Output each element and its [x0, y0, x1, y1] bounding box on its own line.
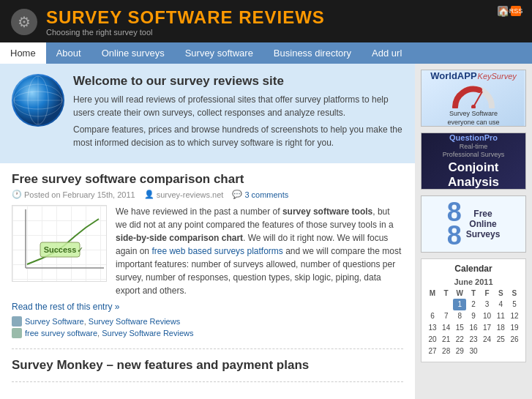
cal-day-28[interactable]: 28 — [440, 346, 453, 357]
article-1-title: Free survey software comparison chart — [12, 172, 403, 187]
article-1-thumb: Success ✓ — [12, 205, 107, 282]
cal-day-7[interactable]: 7 — [440, 310, 453, 322]
cal-day-1[interactable]: 1 — [453, 299, 466, 310]
cal-week-4: 20 21 22 23 24 25 26 — [426, 334, 521, 346]
rss-icon[interactable]: RSS — [511, 6, 521, 16]
tag-row-file: Survey Software, Survey Software Reviews — [12, 316, 403, 327]
cal-day-6[interactable]: 6 — [426, 310, 439, 322]
cal-week-3: 13 14 15 16 17 18 19 — [426, 322, 521, 334]
read-more-link[interactable]: Read the rest of this entry » — [12, 302, 403, 312]
article-1-meta: 🕐 Posted on February 15th, 2011 👤 survey… — [12, 190, 403, 199]
ad-free-online[interactable]: 8 8 Free Online Surveys — [421, 195, 526, 253]
cal-day-8[interactable]: 8 — [453, 310, 466, 322]
cal-col-f: F — [481, 289, 494, 297]
ad-questionpro[interactable]: QuestionPro Real-time Professional Surve… — [421, 133, 526, 190]
cal-day-16[interactable]: 16 — [467, 322, 480, 334]
cal-day-11[interactable]: 11 — [494, 310, 507, 322]
welcome-text: Welcome to our survey reviews site Here … — [73, 74, 403, 153]
article-2-title: Survey Monkey – new features and payment… — [12, 358, 403, 373]
cal-day-27[interactable]: 27 — [426, 346, 439, 357]
cal-day-24[interactable]: 24 — [481, 334, 494, 346]
article-1-body: We have reviewed in the past a number of… — [116, 205, 403, 297]
worldapp-line4: everyone can use — [447, 119, 499, 126]
cal-day-26[interactable]: 26 — [508, 334, 521, 346]
header-title-area: SURVEY SOFTWARE REVIEWS Choosing the rig… — [46, 7, 325, 37]
svg-text:Success: Success — [44, 245, 77, 254]
header-icons: 🏠 RSS — [498, 6, 521, 16]
home-icon[interactable]: 🏠 — [498, 6, 508, 16]
welcome-banner: Welcome to our survey reviews site Here … — [0, 64, 415, 163]
article-1-comments[interactable]: 💬 3 comments — [232, 190, 288, 199]
article-1-content: Success ✓ We have reviewed in the past a… — [12, 205, 403, 297]
cal-day-14[interactable]: 14 — [440, 322, 453, 334]
cal-day-21[interactable]: 21 — [440, 334, 453, 346]
main-content: Welcome to our survey reviews site Here … — [0, 64, 415, 399]
cal-col-t1: T — [440, 289, 453, 297]
qp-line3: Professional Surveys — [427, 151, 520, 158]
cal-col-w: W — [453, 289, 466, 297]
calendar-title: Calendar — [426, 264, 521, 274]
cal-day-2[interactable]: 2 — [467, 299, 480, 310]
cal-day-20[interactable]: 20 — [426, 334, 439, 346]
cal-day-10[interactable]: 10 — [481, 310, 494, 322]
articles-section: Free survey software comparison chart 🕐 … — [0, 163, 415, 399]
nav-item-business-directory[interactable]: Business directory — [263, 42, 361, 64]
site-header: ⚙ SURVEY SOFTWARE REVIEWS Choosing the r… — [0, 0, 532, 42]
calendar-header: M T W T F S S — [426, 289, 521, 297]
worldapp-sub: KeySurvey — [478, 72, 517, 81]
cal-day-5[interactable]: 5 — [508, 299, 521, 310]
cal-day-17[interactable]: 17 — [481, 322, 494, 334]
clock-icon: 🕐 — [12, 190, 22, 199]
worldapp-title: WorldAPP — [430, 70, 476, 81]
article-2: Survey Monkey – new features and payment… — [12, 358, 403, 382]
cal-day-9[interactable]: 9 — [467, 310, 480, 322]
cal-day-29[interactable]: 29 — [453, 346, 466, 357]
cal-day-19[interactable]: 19 — [508, 322, 521, 334]
gear-icon: ⚙ — [11, 9, 37, 35]
nav-item-home[interactable]: Home — [0, 42, 46, 64]
cal-day-18[interactable]: 18 — [494, 322, 507, 334]
svg-text:✓: ✓ — [77, 245, 83, 254]
cal-col-s2: S — [508, 289, 521, 297]
nav-item-add-url[interactable]: Add url — [361, 42, 412, 64]
ad-worldapp[interactable]: WorldAPP KeySurvey Survey Software every… — [421, 70, 526, 127]
main-wrapper: Welcome to our survey reviews site Here … — [0, 64, 532, 399]
site-title: SURVEY SOFTWARE REVIEWS — [46, 7, 325, 28]
cal-day-12[interactable]: 12 — [508, 310, 521, 322]
cal-week-1: . . 1 2 3 4 5 — [426, 299, 521, 310]
cal-day-30[interactable]: 30 — [467, 346, 480, 357]
calendar-widget: Calendar June 2011 M T W T F S S . . 1 2… — [421, 258, 526, 362]
cal-day-e3: . — [508, 346, 521, 357]
cal-day-13[interactable]: 13 — [426, 322, 439, 334]
qp-main1: Conjoint — [427, 161, 520, 175]
comment-icon: 💬 — [232, 190, 242, 199]
tag-link-text: free survey software, Survey Software Re… — [25, 329, 194, 338]
cal-day-3[interactable]: 3 — [481, 299, 494, 310]
cal-day-15[interactable]: 15 — [453, 322, 466, 334]
article-1: Free survey software comparison chart 🕐 … — [12, 172, 403, 349]
file-tag-icon — [12, 316, 22, 327]
cal-day-e2: . — [494, 346, 507, 357]
cal-col-t2: T — [467, 289, 480, 297]
nav-item-about[interactable]: About — [46, 42, 91, 64]
welcome-para1: Here you will read reviews of profession… — [73, 93, 403, 119]
cal-day-empty2: . — [440, 299, 453, 310]
cal-day-23[interactable]: 23 — [467, 334, 480, 346]
ad-free-line2: Online — [466, 219, 501, 229]
article-1-date: 🕐 Posted on February 15th, 2011 — [12, 190, 135, 199]
nav-item-survey-software[interactable]: Survey software — [175, 42, 263, 64]
cal-day-25[interactable]: 25 — [494, 334, 507, 346]
ad-free-number2: 8 — [447, 223, 462, 249]
welcome-heading: Welcome to our survey reviews site — [73, 74, 403, 89]
cal-day-22[interactable]: 22 — [453, 334, 466, 346]
link-tag-icon — [12, 328, 22, 338]
article-link-free-platforms[interactable]: free web based surveys platforms — [151, 246, 282, 256]
article-1-author: 👤 survey-reviews.net — [144, 190, 224, 199]
cal-col-m: M — [426, 289, 439, 297]
tag-file-text: Survey Software, Survey Software Reviews — [25, 317, 180, 326]
cal-day-e1: . — [481, 346, 494, 357]
qp-main2: Analysis — [427, 176, 520, 190]
cal-day-4[interactable]: 4 — [494, 299, 507, 310]
nav-item-online-surveys[interactable]: Online surveys — [91, 42, 175, 64]
qp-line2: Real-time — [427, 143, 520, 150]
